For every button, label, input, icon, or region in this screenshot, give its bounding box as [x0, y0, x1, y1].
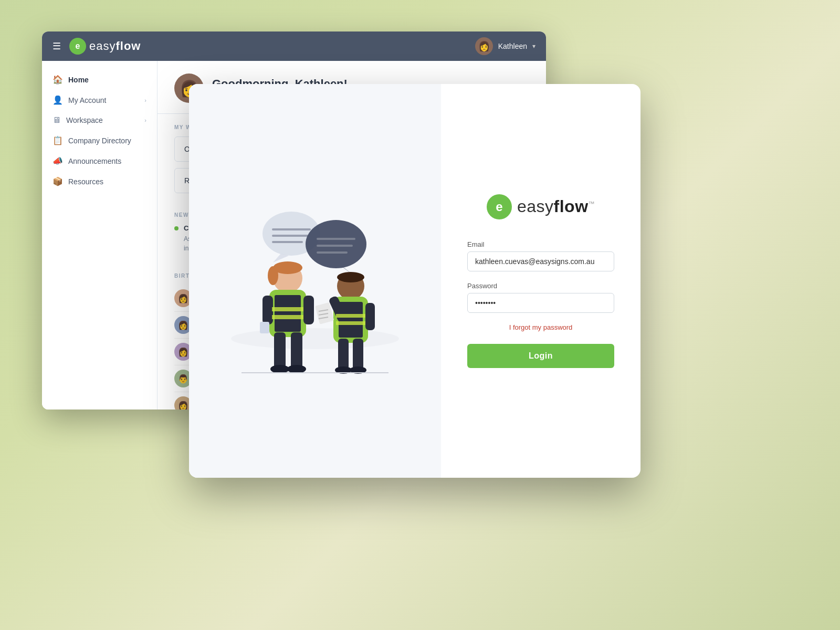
sidebar-item-workspace[interactable]: 🖥 Workspace ›: [42, 110, 157, 130]
svg-rect-42: [336, 321, 365, 325]
user-menu[interactable]: 👩 Kathleen ▾: [475, 37, 536, 55]
svg-rect-19: [303, 296, 314, 324]
news-dot: [174, 226, 178, 230]
svg-point-0: [231, 328, 399, 349]
login-logo-sup: ™: [589, 200, 595, 207]
svg-rect-25: [272, 315, 303, 319]
sidebar-item-company-directory[interactable]: 📋 Company Directory: [42, 130, 157, 151]
email-label: Email: [467, 240, 614, 248]
svg-rect-17: [262, 296, 273, 324]
chevron-down-icon: ▾: [532, 43, 536, 50]
login-button[interactable]: Login: [467, 344, 614, 368]
chevron-right-icon: ›: [144, 97, 146, 103]
login-logo-text: easyflow™: [517, 197, 595, 216]
directory-icon: 📋: [52, 135, 63, 145]
sidebar-item-account-label: My Account: [68, 96, 106, 104]
announcements-icon: 📣: [52, 156, 63, 166]
sidebar-item-my-account[interactable]: 👤 My Account ›: [42, 90, 157, 110]
svg-point-6: [306, 220, 366, 268]
sidebar-item-workspace-label: Workspace: [66, 116, 103, 124]
login-illustration: [189, 84, 441, 478]
svg-rect-18: [260, 322, 269, 333]
hamburger-icon[interactable]: ☰: [52, 40, 61, 52]
password-field[interactable]: [467, 293, 614, 313]
resources-icon: 📦: [52, 176, 63, 186]
password-label: Password: [467, 282, 614, 290]
login-logo-letter: e: [496, 200, 502, 214]
svg-rect-16: [277, 297, 298, 331]
email-field[interactable]: [467, 251, 614, 271]
logo-text: easyflow: [89, 39, 141, 53]
sidebar-item-resources[interactable]: 📦 Resources: [42, 171, 157, 192]
svg-rect-20: [274, 332, 286, 369]
user-name-label: Kathleen: [498, 42, 527, 50]
svg-rect-41: [336, 314, 365, 318]
logo-letter: e: [76, 41, 80, 51]
app-logo[interactable]: e easyflow: [69, 38, 141, 55]
chevron-right-icon2: ›: [144, 117, 146, 123]
svg-rect-24: [272, 307, 303, 311]
illustration-svg: [210, 105, 420, 457]
login-modal: e easyflow™ Email Password I forgot my p…: [189, 84, 640, 478]
sidebar-item-announcements[interactable]: 📣 Announcements: [42, 151, 157, 171]
svg-point-23: [287, 365, 306, 373]
svg-rect-36: [365, 303, 375, 330]
sidebar-item-resources-label: Resources: [68, 177, 103, 186]
sidebar-item-directory-label: Company Directory: [68, 136, 131, 145]
svg-point-27: [337, 272, 364, 282]
login-logo-circle: e: [487, 194, 512, 219]
email-form-group: Email: [467, 240, 614, 271]
svg-rect-37: [338, 339, 349, 370]
sidebar-item-home[interactable]: 🏠 Home: [42, 69, 157, 90]
avatar: 👩: [475, 37, 493, 55]
svg-rect-38: [353, 339, 363, 370]
sidebar-item-announcements-label: Announcements: [68, 157, 121, 165]
workspace-icon: 🖥: [52, 116, 61, 125]
home-icon: 🏠: [52, 75, 63, 85]
svg-point-13: [268, 266, 278, 285]
login-logo: e easyflow™: [487, 194, 595, 219]
sidebar: 🏠 Home 👤 My Account › 🖥 Workspace › 📋 Co…: [42, 61, 158, 410]
account-icon: 👤: [52, 95, 63, 105]
password-form-group: Password: [467, 282, 614, 313]
logo-circle: e: [69, 38, 86, 55]
sidebar-item-home-label: Home: [68, 76, 89, 84]
svg-rect-21: [291, 332, 302, 369]
login-form-side: e easyflow™ Email Password I forgot my p…: [441, 84, 640, 478]
forgot-password-link[interactable]: I forgot my password: [509, 323, 573, 331]
svg-point-22: [270, 365, 289, 373]
app-header: ☰ e easyflow 👩 Kathleen ▾: [42, 32, 546, 61]
